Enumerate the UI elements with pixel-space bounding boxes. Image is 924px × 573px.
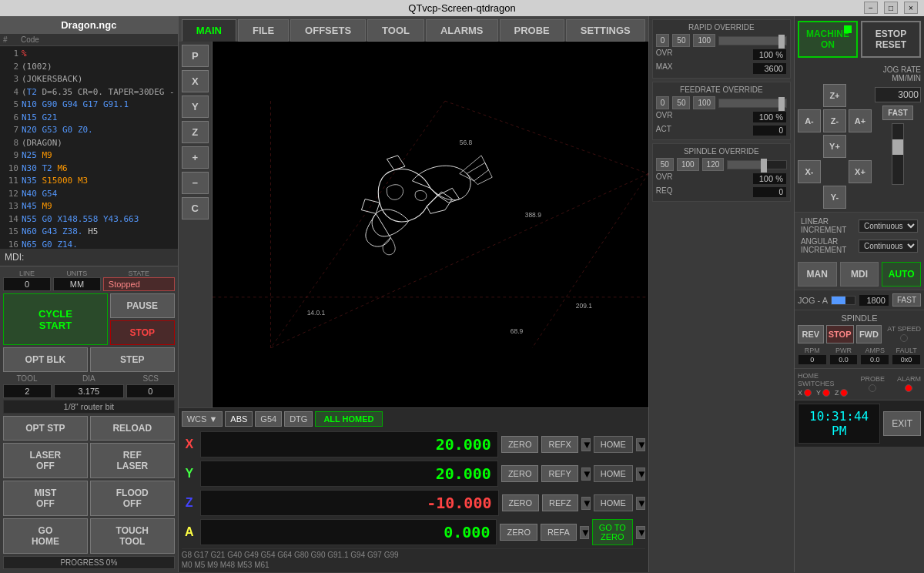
wcs-button[interactable]: WCS ▼	[182, 411, 223, 427]
spindle-rev-button[interactable]: REV	[798, 325, 824, 343]
x-home-button[interactable]: HOME	[594, 436, 633, 453]
rapid-100-button[interactable]: 100	[693, 34, 715, 47]
spindle-50-button[interactable]: 50	[656, 158, 674, 171]
auto-mode-button[interactable]: AUTO	[882, 262, 921, 286]
tab-file[interactable]: FILE	[238, 19, 289, 42]
x-dro-value[interactable]: 20.000	[200, 431, 498, 457]
pause-button[interactable]: PAUSE	[110, 293, 175, 318]
svg-text:68.9: 68.9	[511, 327, 524, 335]
all-homed-button[interactable]: ALL HOMED	[315, 411, 382, 427]
minimize-button[interactable]: −	[864, 2, 878, 14]
feed-100-button[interactable]: 100	[693, 96, 715, 109]
z-refz-button[interactable]: REFZ	[542, 494, 578, 511]
spindle-stop-button[interactable]: STOP	[826, 325, 854, 343]
spindle-fwd-button[interactable]: FWD	[856, 325, 882, 343]
z-minus-button[interactable]: Z-	[823, 109, 846, 132]
a-goto-dropdown[interactable]: ▼	[636, 526, 645, 539]
close-button[interactable]: ×	[904, 2, 918, 14]
x-home-dropdown[interactable]: ▼	[636, 438, 645, 451]
machine-on-button[interactable]: MACHINEON	[798, 21, 858, 58]
touch-tool-button[interactable]: TOUCHTOOL	[90, 518, 175, 554]
spindle-override-slider[interactable]	[727, 160, 787, 169]
a-dro-value[interactable]: 0.000	[200, 519, 497, 545]
angular-increment-select[interactable]: Continuous 0.001 0.01 0.1 1.0 10.0	[859, 240, 918, 253]
mdi-mode-button[interactable]: MDI	[840, 262, 879, 286]
a-minus-button[interactable]: A-	[798, 109, 821, 132]
dia-value: 3.175	[54, 384, 124, 398]
tab-main[interactable]: MAIN	[182, 19, 236, 42]
side-p-button[interactable]: P	[182, 45, 209, 67]
laser-off-button[interactable]: LASEROFF	[3, 443, 88, 478]
opt-blk-button[interactable]: OPT BLK	[3, 347, 88, 372]
tool-description: 1/8" router bit	[3, 400, 175, 414]
side-plus-button[interactable]: +	[182, 146, 209, 169]
go-home-button[interactable]: GOHOME	[3, 518, 88, 554]
ref-laser-button[interactable]: REFLASER	[90, 443, 175, 478]
cycle-start-button[interactable]: CYCLESTART	[3, 293, 108, 345]
opt-stp-button[interactable]: OPT STP	[3, 416, 88, 441]
go-to-zero-button[interactable]: GO TOZERO	[592, 519, 633, 545]
x-refx-button[interactable]: REFX	[541, 436, 578, 453]
a-dro-dropdown[interactable]: ▼	[580, 526, 589, 539]
fast-jog-button[interactable]: FAST	[882, 106, 913, 120]
rapid-0-button[interactable]: 0	[656, 34, 670, 47]
x-zero-button[interactable]: ZERO	[501, 436, 539, 453]
z-home-button[interactable]: HOME	[594, 494, 633, 511]
step-button[interactable]: STEP	[90, 347, 175, 372]
a-zero-button[interactable]: ZERO	[500, 524, 537, 541]
reload-button[interactable]: RELOAD	[90, 416, 175, 441]
z-plus-button[interactable]: Z+	[823, 84, 846, 107]
z-dro-value[interactable]: -10.000	[200, 490, 499, 516]
mist-off-button[interactable]: MISTOFF	[3, 481, 88, 516]
a-refa-button[interactable]: REFA	[541, 524, 577, 541]
jog-a-slider[interactable]	[831, 296, 855, 305]
probe-label: PROBE	[860, 375, 885, 383]
side-c-button[interactable]: C	[182, 197, 209, 219]
tab-alarms[interactable]: ALARMS	[426, 19, 498, 42]
feedrate-slider[interactable]	[718, 99, 787, 108]
flood-off-button[interactable]: FLOODOFF	[90, 481, 175, 516]
y-zero-button[interactable]: ZERO	[501, 465, 539, 482]
x-dro-dropdown[interactable]: ▼	[581, 438, 591, 451]
stop-button[interactable]: STOP	[110, 320, 175, 345]
dtg-button[interactable]: DTG	[284, 411, 313, 427]
side-x-button[interactable]: X	[182, 70, 209, 92]
y-dro-dropdown[interactable]: ▼	[581, 467, 591, 481]
side-minus-button[interactable]: −	[182, 172, 209, 194]
feed-0-button[interactable]: 0	[656, 96, 670, 109]
tab-offsets[interactable]: OFFSETS	[290, 19, 366, 42]
tab-settings[interactable]: SETTINGS	[566, 19, 645, 42]
y-home-button[interactable]: HOME	[594, 465, 633, 482]
abs-button[interactable]: ABS	[225, 411, 253, 427]
z-zero-button[interactable]: ZERO	[502, 494, 540, 511]
tab-tool[interactable]: TOOL	[367, 19, 424, 42]
x-minus-button[interactable]: X-	[798, 160, 821, 183]
y-plus-button[interactable]: Y+	[823, 135, 846, 158]
spindle-100-button[interactable]: 100	[677, 158, 699, 171]
y-dro-value[interactable]: 20.000	[200, 461, 498, 487]
exit-button[interactable]: EXIT	[883, 411, 921, 436]
rapid-50-button[interactable]: 50	[672, 34, 690, 47]
feed-50-button[interactable]: 50	[672, 96, 690, 109]
g54-button[interactable]: G54	[255, 411, 282, 427]
jog-a-fast-button[interactable]: FAST	[892, 293, 921, 307]
y-refy-button[interactable]: REFY	[541, 465, 578, 482]
x-plus-button[interactable]: X+	[849, 160, 872, 183]
man-mode-button[interactable]: MAN	[798, 262, 837, 286]
rapid-slider[interactable]	[718, 36, 787, 45]
side-z-button[interactable]: Z	[182, 121, 209, 143]
y-home-dropdown[interactable]: ▼	[636, 467, 645, 481]
side-y-button[interactable]: Y	[182, 96, 209, 118]
spindle-120-button[interactable]: 120	[702, 158, 725, 171]
y-minus-button[interactable]: Y-	[823, 186, 846, 209]
tab-probe[interactable]: PROBE	[500, 19, 564, 42]
z-home-dropdown[interactable]: ▼	[636, 497, 645, 510]
maximize-button[interactable]: □	[884, 2, 898, 14]
estop-reset-button[interactable]: ESTOPRESET	[861, 21, 921, 58]
jog-rate-input[interactable]	[875, 87, 921, 102]
jog-rate-slider[interactable]	[892, 123, 904, 185]
linear-increment-select[interactable]: Continuous 0.001 0.01 0.1 1.0 10.0	[859, 219, 918, 233]
a-plus-button[interactable]: A+	[849, 109, 872, 132]
feedrate-ovr-label: OVR	[656, 111, 673, 123]
z-dro-dropdown[interactable]: ▼	[581, 497, 591, 510]
